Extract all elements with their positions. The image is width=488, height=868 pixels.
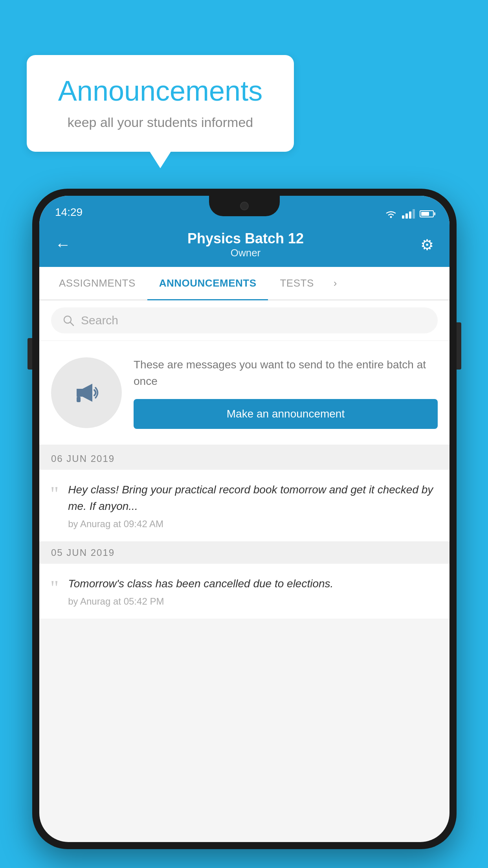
settings-icon[interactable]: ⚙ xyxy=(420,236,434,254)
make-announcement-button[interactable]: Make an announcement xyxy=(134,399,438,429)
announcement-item-1[interactable]: " Hey class! Bring your practical record… xyxy=(39,470,449,542)
status-time: 14:29 xyxy=(55,206,83,219)
tab-tests[interactable]: TESTS xyxy=(268,267,325,300)
announcement-text-1: Hey class! Bring your practical record b… xyxy=(68,482,438,515)
megaphone-circle xyxy=(51,357,122,428)
tab-more[interactable]: › xyxy=(326,267,345,300)
app-header: ← Physics Batch 12 Owner ⚙ xyxy=(39,223,449,267)
announcement-content-2: Tomorrow's class has been cancelled due … xyxy=(68,576,438,607)
intro-description: These are messages you want to send to t… xyxy=(134,357,438,390)
date-divider-1: 06 JUN 2019 xyxy=(39,448,449,470)
phone-mockup: 14:29 xyxy=(32,189,457,849)
phone-inner: 14:29 xyxy=(39,196,449,842)
battery-fill xyxy=(421,212,429,216)
search-bar[interactable]: Search xyxy=(51,307,438,333)
bubble-subtitle: keep all your students informed xyxy=(50,115,270,130)
status-icons xyxy=(385,209,434,219)
search-container: Search xyxy=(39,300,449,341)
notch-camera xyxy=(240,202,249,210)
battery-icon xyxy=(420,210,434,217)
svg-rect-4 xyxy=(77,397,81,402)
phone-outer: 14:29 xyxy=(32,189,457,849)
header-center: Physics Batch 12 Owner xyxy=(71,230,420,259)
speech-bubble-container: Announcements keep all your students inf… xyxy=(27,55,294,152)
speech-bubble: Announcements keep all your students inf… xyxy=(27,55,294,152)
wifi-icon xyxy=(385,209,397,219)
announcement-meta-1: by Anurag at 09:42 AM xyxy=(68,519,438,530)
tab-announcements[interactable]: ANNOUNCEMENTS xyxy=(147,267,268,300)
bubble-title: Announcements xyxy=(50,75,270,107)
header-subtitle: Owner xyxy=(71,247,420,259)
search-icon xyxy=(62,314,75,327)
svg-point-0 xyxy=(390,216,392,218)
svg-line-2 xyxy=(70,322,73,326)
announcement-item-2[interactable]: " Tomorrow's class has been cancelled du… xyxy=(39,564,449,619)
phone-notch xyxy=(209,196,280,216)
signal-icon xyxy=(402,209,415,219)
announcement-meta-2: by Anurag at 05:42 PM xyxy=(68,596,438,607)
header-title: Physics Batch 12 xyxy=(71,230,420,247)
announcement-content-1: Hey class! Bring your practical record b… xyxy=(68,482,438,530)
date-divider-2: 05 JUN 2019 xyxy=(39,542,449,564)
quote-icon-1: " xyxy=(50,482,59,530)
announcement-intro: These are messages you want to send to t… xyxy=(39,341,449,448)
tab-assignments[interactable]: ASSIGNMENTS xyxy=(47,267,147,300)
search-placeholder: Search xyxy=(81,314,118,327)
quote-icon-2: " xyxy=(50,576,59,607)
megaphone-icon xyxy=(69,375,104,410)
tab-bar: ASSIGNMENTS ANNOUNCEMENTS TESTS › xyxy=(39,267,449,300)
announcement-text-2: Tomorrow's class has been cancelled due … xyxy=(68,576,438,592)
intro-right: These are messages you want to send to t… xyxy=(134,357,438,429)
back-button[interactable]: ← xyxy=(55,236,71,254)
